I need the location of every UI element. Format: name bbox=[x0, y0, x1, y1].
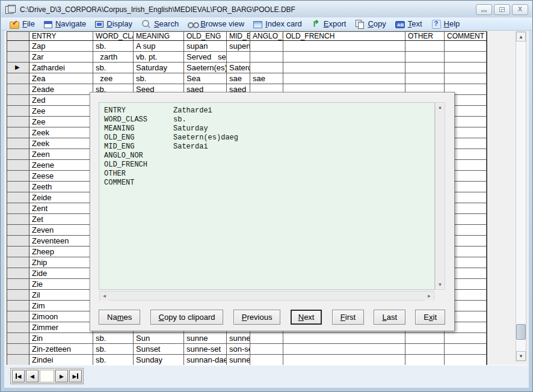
first-button[interactable]: First bbox=[332, 310, 364, 325]
record-detail-text[interactable]: ENTRYZathardeiWORD_CLASSsb.MEANINGSaturd… bbox=[99, 102, 435, 290]
table-cell[interactable]: Served se bbox=[184, 52, 227, 62]
table-cell[interactable] bbox=[227, 52, 250, 62]
minimize-button[interactable] bbox=[476, 4, 492, 15]
row-selector[interactable] bbox=[7, 149, 29, 159]
table-cell[interactable]: Zeide bbox=[29, 192, 93, 203]
row-selector[interactable] bbox=[7, 279, 29, 289]
table-cell[interactable]: sunne bbox=[227, 355, 250, 366]
dialog-horizontal-scrollbar[interactable]: ◄ ► bbox=[99, 291, 434, 301]
row-selector[interactable] bbox=[7, 344, 29, 354]
table-cell[interactable]: Zeese bbox=[29, 171, 93, 181]
menu-item-search[interactable]: Search bbox=[138, 18, 184, 29]
table-cell[interactable] bbox=[445, 333, 487, 343]
row-selector[interactable] bbox=[7, 117, 29, 127]
table-cell[interactable]: Zim bbox=[29, 301, 93, 311]
table-cell[interactable]: A sup bbox=[134, 41, 184, 51]
table-cell[interactable]: sb. bbox=[93, 41, 134, 51]
table-cell[interactable]: supen bbox=[227, 41, 250, 51]
menu-item-copy[interactable]: Copy bbox=[351, 18, 391, 29]
nav-last-button[interactable]: ▶ bbox=[69, 370, 82, 382]
table-cell[interactable]: Zeen bbox=[29, 149, 93, 159]
row-selector[interactable] bbox=[7, 311, 29, 322]
table-cell[interactable] bbox=[250, 333, 283, 343]
row-selector[interactable] bbox=[7, 333, 29, 343]
row-selector[interactable] bbox=[7, 127, 29, 138]
table-cell[interactable]: Zent bbox=[29, 203, 93, 213]
nav-previous-button[interactable]: ◀ bbox=[26, 370, 39, 382]
table-cell[interactable]: Zeene bbox=[29, 160, 93, 170]
menu-item-file[interactable]: File bbox=[6, 18, 40, 29]
dialog-scroll-right-button[interactable]: ► bbox=[425, 292, 434, 301]
table-cell[interactable]: Zin-zetteen bbox=[29, 344, 93, 354]
table-cell[interactable] bbox=[405, 344, 445, 354]
table-cell[interactable]: Zed bbox=[29, 95, 93, 105]
table-cell[interactable] bbox=[283, 344, 405, 354]
row-selector[interactable] bbox=[7, 322, 29, 332]
table-cell[interactable]: sae bbox=[227, 73, 250, 84]
row-selector[interactable] bbox=[7, 355, 29, 366]
grid-vertical-scrollbar[interactable]: ▲ ▼ bbox=[516, 31, 526, 361]
table-cell[interactable]: Zindei bbox=[29, 355, 93, 366]
table-cell[interactable]: Sun bbox=[134, 333, 184, 343]
copy-to-clipoard-button[interactable]: Copy to clipoard bbox=[150, 310, 224, 325]
table-cell[interactable]: Saetern(es)daeg bbox=[184, 63, 227, 73]
table-cell[interactable]: sb. bbox=[93, 63, 134, 73]
table-cell[interactable]: Sunday bbox=[134, 355, 184, 366]
table-cell[interactable] bbox=[250, 41, 283, 51]
row-selector[interactable]: ▶ bbox=[7, 63, 29, 73]
app-icon[interactable] bbox=[5, 5, 16, 14]
table-cell[interactable]: Zeek bbox=[29, 138, 93, 149]
table-cell[interactable]: Zeven bbox=[29, 225, 93, 235]
table-cell[interactable]: Zimoon bbox=[29, 311, 93, 322]
table-cell[interactable]: Saturday bbox=[134, 63, 184, 73]
table-cell[interactable]: zee bbox=[93, 73, 134, 84]
table-cell[interactable] bbox=[405, 355, 445, 366]
table-cell[interactable]: sb. bbox=[93, 355, 134, 366]
table-cell[interactable] bbox=[405, 52, 445, 62]
table-cell[interactable]: Zeek bbox=[29, 127, 93, 138]
table-cell[interactable] bbox=[405, 41, 445, 51]
table-cell[interactable]: sb. bbox=[134, 73, 184, 84]
table-cell[interactable]: supan bbox=[184, 41, 227, 51]
table-cell[interactable] bbox=[250, 63, 283, 73]
table-cell[interactable]: sb. bbox=[93, 333, 134, 343]
table-cell[interactable]: Zeeth bbox=[29, 182, 93, 192]
table-cell[interactable]: sunnan-daeg bbox=[184, 355, 227, 366]
table-cell[interactable] bbox=[250, 355, 283, 366]
table-cell[interactable]: Zee bbox=[29, 106, 93, 116]
table-cell[interactable]: Zet bbox=[29, 214, 93, 224]
table-cell[interactable]: Saterdai bbox=[227, 63, 250, 73]
table-cell[interactable] bbox=[445, 41, 487, 51]
table-cell[interactable] bbox=[445, 73, 487, 84]
table-cell[interactable] bbox=[283, 333, 405, 343]
table-cell[interactable] bbox=[250, 52, 283, 62]
nav-first-button[interactable]: ◀ bbox=[12, 370, 25, 382]
table-cell[interactable]: Zil bbox=[29, 290, 93, 300]
row-selector[interactable] bbox=[7, 301, 29, 311]
table-cell[interactable]: Zar bbox=[29, 52, 93, 62]
row-selector[interactable] bbox=[7, 171, 29, 181]
table-cell[interactable]: Zheep bbox=[29, 247, 93, 257]
row-selector[interactable] bbox=[7, 138, 29, 149]
table-cell[interactable]: Zin bbox=[29, 333, 93, 343]
table-cell[interactable]: zarth bbox=[93, 52, 134, 62]
table-cell[interactable] bbox=[283, 41, 405, 51]
table-cell[interactable] bbox=[445, 344, 487, 354]
table-cell[interactable]: sae bbox=[250, 73, 283, 84]
table-cell[interactable]: sb. bbox=[93, 344, 134, 354]
menu-item-navigate[interactable]: Navigate bbox=[40, 18, 91, 29]
table-cell[interactable]: sunne-set bbox=[184, 344, 227, 354]
table-cell[interactable] bbox=[405, 63, 445, 73]
row-selector[interactable] bbox=[7, 84, 29, 94]
table-cell[interactable]: Zea bbox=[29, 73, 93, 84]
table-cell[interactable]: Sea bbox=[184, 73, 227, 84]
table-cell[interactable]: Sunset bbox=[134, 344, 184, 354]
row-selector[interactable] bbox=[7, 192, 29, 203]
table-cell[interactable] bbox=[445, 355, 487, 366]
scrollbar-thumb[interactable] bbox=[516, 324, 526, 340]
row-selector[interactable] bbox=[7, 41, 29, 51]
table-cell[interactable]: Zimmer bbox=[29, 322, 93, 332]
nav-next-button[interactable]: ▶ bbox=[55, 370, 68, 382]
row-selector[interactable] bbox=[7, 236, 29, 246]
menu-item-help[interactable]: Help bbox=[428, 18, 466, 29]
